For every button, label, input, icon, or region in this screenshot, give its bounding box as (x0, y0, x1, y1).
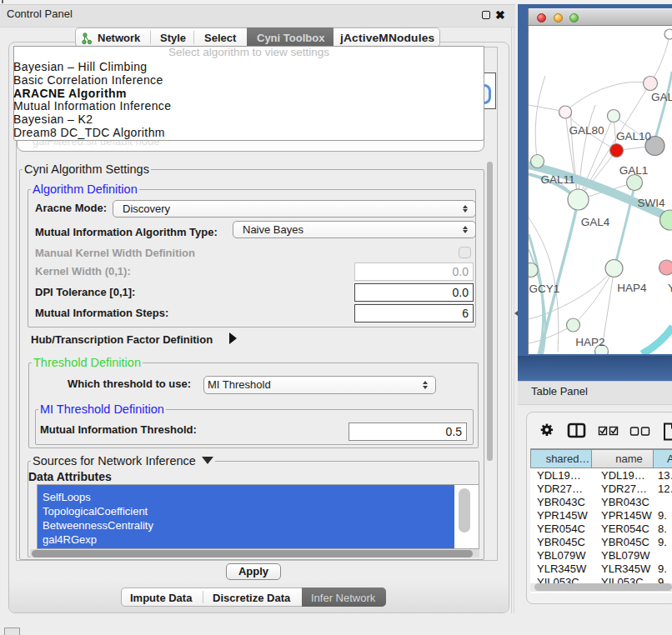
svg-text:Y: Y (668, 282, 672, 294)
svg-text:GCY1: GCY1 (529, 282, 560, 295)
svg-text:GAL4: GAL4 (581, 216, 610, 228)
svg-text:HAP2: HAP2 (575, 336, 604, 348)
svg-text:GAL1: GAL1 (619, 164, 649, 177)
svg-text:GAL7: GAL7 (651, 91, 672, 103)
svg-text:GAL80: GAL80 (569, 124, 604, 137)
svg-text:GAL11: GAL11 (540, 173, 574, 186)
svg-text:HAP4: HAP4 (617, 282, 647, 294)
svg-text:SWI4: SWI4 (637, 197, 664, 209)
svg-text:GAL10: GAL10 (616, 130, 651, 142)
